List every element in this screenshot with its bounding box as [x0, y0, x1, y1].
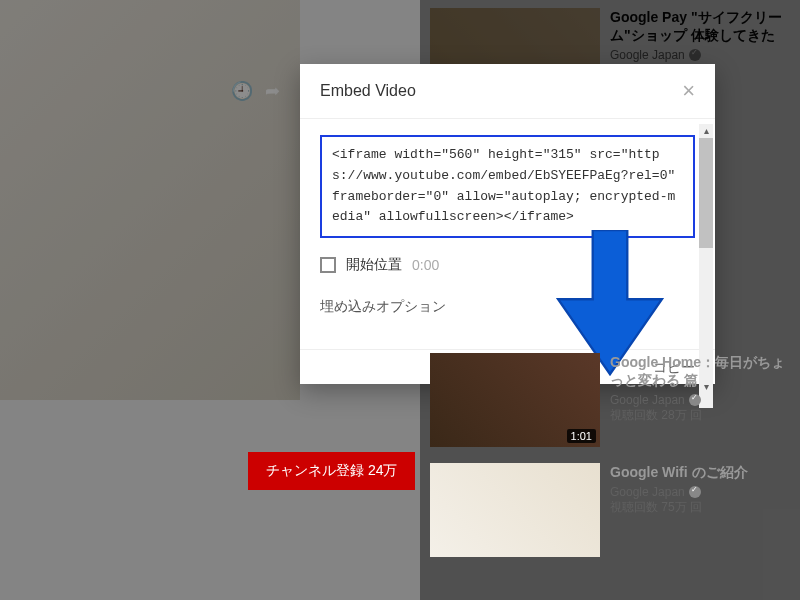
recommendation-channel[interactable]: Google Japan: [610, 393, 790, 407]
subscribe-button[interactable]: チャンネル登録 24万: [248, 452, 415, 490]
modal-title: Embed Video: [320, 82, 416, 100]
recommendation-item[interactable]: Google Wifi のご紹介 Google Japan 視聴回数 75万 回: [420, 455, 800, 565]
start-time-label: 開始位置: [346, 256, 402, 274]
close-button[interactable]: ×: [682, 78, 695, 104]
view-count: 視聴回数 28万 回: [610, 407, 790, 424]
recommendation-title[interactable]: Google Home：毎日がちょっと変わる 篇: [610, 353, 790, 389]
start-time-checkbox[interactable]: [320, 257, 336, 273]
recommendation-title[interactable]: Google Wifi のご紹介: [610, 463, 790, 481]
video-thumbnail[interactable]: 1:01: [430, 353, 600, 447]
start-time-value[interactable]: 0:00: [412, 257, 439, 273]
scroll-thumb[interactable]: [699, 138, 713, 248]
video-thumbnail[interactable]: [430, 463, 600, 557]
duration-badge: 1:01: [567, 429, 596, 443]
verified-icon: [689, 486, 701, 498]
view-count: 視聴回数 75万 回: [610, 499, 790, 516]
embed-code-box[interactable]: <iframe width="560" height="315" src="ht…: [320, 135, 695, 238]
recommendation-channel[interactable]: Google Japan: [610, 485, 790, 499]
recommendation-item[interactable]: 1:01 Google Home：毎日がちょっと変わる 篇 Google Jap…: [420, 345, 800, 455]
verified-icon: [689, 394, 701, 406]
scroll-up-icon[interactable]: ▴: [699, 124, 713, 138]
